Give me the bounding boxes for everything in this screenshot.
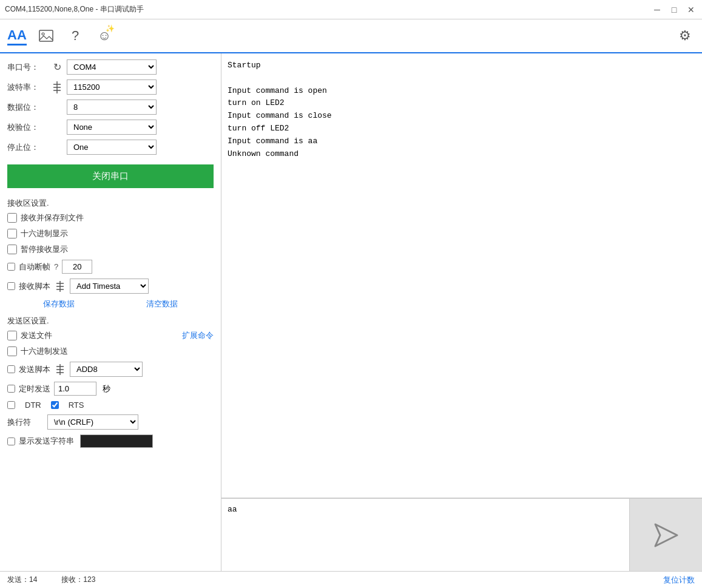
pause-checkbox[interactable] <box>7 245 17 254</box>
parity-select[interactable]: None <box>67 120 157 135</box>
status-bar: 发送：14 接收：123 复位计数 <box>0 571 702 588</box>
dtr-label: DTR <box>25 400 41 410</box>
timer-checkbox[interactable] <box>7 385 15 393</box>
port-select[interactable]: COM4 <box>67 59 157 75</box>
receive-settings-title: 接收区设置. <box>7 198 214 209</box>
maximize-button[interactable]: □ <box>668 4 680 16</box>
receive-script-select[interactable]: Add Timesta <box>70 279 149 294</box>
send-value: 14 <box>29 575 37 584</box>
show-send-label: 显示发送字符串 <box>19 436 74 447</box>
baud-select[interactable]: 115200 <box>67 79 157 95</box>
send-area-container: aa <box>221 498 702 571</box>
minimize-button[interactable]: ─ <box>651 4 663 16</box>
clear-data-button[interactable]: 清空数据 <box>146 299 178 309</box>
help-icon[interactable]: ? <box>66 26 85 46</box>
send-script-row: 发送脚本 ADD8 <box>7 362 214 377</box>
auto-frame-row: 自动断帧 ? <box>7 260 214 274</box>
send-file-label: 发送文件 <box>21 330 52 341</box>
main-layout: 串口号： ↻ COM4 波特率： 115200 数据位： <box>0 53 702 571</box>
receive-value: 123 <box>83 575 95 584</box>
stopbits-select[interactable]: One <box>67 140 157 155</box>
send-file-checkbox[interactable] <box>7 331 17 340</box>
refresh-port-icon[interactable]: ↻ <box>50 60 64 75</box>
hex-send-row: 十六进制发送 <box>7 346 214 357</box>
receive-script-checkbox[interactable] <box>7 282 15 290</box>
send-label: 发送： <box>7 575 29 584</box>
hex-display-checkbox[interactable] <box>7 229 17 238</box>
parity-label: 校验位： <box>7 122 50 133</box>
title-bar: COM4,115200,None,8,One - 串口调试助手 ─ □ ✕ <box>0 0 702 19</box>
timer-unit: 秒 <box>103 384 110 394</box>
newline-select[interactable]: \r\n (CRLF) <box>47 414 138 430</box>
port-row: 串口号： ↻ COM4 <box>7 59 214 75</box>
save-file-row: 接收并保存到文件 <box>7 212 214 223</box>
data-buttons: 保存数据 清空数据 <box>7 299 214 309</box>
settings-icon[interactable]: ⚙ <box>675 26 695 46</box>
stopbits-row: 停止位： One <box>7 140 214 155</box>
window-controls: ─ □ ✕ <box>651 4 697 16</box>
receive-label: 接收： <box>61 575 83 584</box>
send-script-checkbox[interactable] <box>7 365 15 373</box>
baud-icon <box>50 80 64 95</box>
receive-script-label: 接收脚本 <box>19 281 50 292</box>
image-icon[interactable] <box>36 26 56 46</box>
expand-cmd-button[interactable]: 扩展命令 <box>182 330 214 341</box>
pause-label: 暂停接收显示 <box>21 244 68 255</box>
auto-frame-label: 自动断帧 <box>19 262 50 272</box>
save-file-label: 接收并保存到文件 <box>21 212 84 223</box>
databits-select[interactable]: 8 <box>67 100 157 115</box>
toolbar: AA ? ☺ ✨ ⚙ <box>0 19 702 53</box>
pause-row: 暂停接收显示 <box>7 244 214 255</box>
parity-row: 校验位： None <box>7 120 214 135</box>
send-textarea[interactable]: aa <box>221 499 629 571</box>
auto-frame-checkbox[interactable] <box>7 263 15 271</box>
send-script-select[interactable]: ADD8 <box>70 362 143 377</box>
toolbar-left: AA ? ☺ ✨ <box>7 26 114 46</box>
dtr-checkbox[interactable] <box>7 401 15 409</box>
auto-frame-help-icon[interactable]: ? <box>54 262 58 271</box>
hex-send-checkbox[interactable] <box>7 346 17 356</box>
timer-label: 定时发送 <box>19 384 50 394</box>
svg-rect-0 <box>39 30 53 41</box>
send-arrow-icon <box>649 518 683 552</box>
show-send-checkbox[interactable] <box>7 438 15 445</box>
save-data-button[interactable]: 保存数据 <box>43 299 75 309</box>
send-status: 发送：14 <box>7 575 37 585</box>
receive-script-row: 接收脚本 Add Timesta <box>7 279 214 294</box>
font-icon[interactable]: AA <box>7 26 27 46</box>
hex-display-label: 十六进制显示 <box>21 228 68 239</box>
receive-status: 接收：123 <box>61 575 95 585</box>
color-dropdown[interactable] <box>80 434 153 448</box>
send-button[interactable] <box>629 499 702 571</box>
send-settings-title: 发送区设置. <box>7 316 214 326</box>
hex-display-row: 十六进制显示 <box>7 228 214 239</box>
hex-send-label: 十六进制发送 <box>21 346 68 357</box>
send-script-label: 发送脚本 <box>19 364 50 375</box>
reset-count-button[interactable]: 复位计数 <box>663 575 695 586</box>
rts-checkbox[interactable] <box>51 401 59 409</box>
baud-row: 波特率： 115200 <box>7 79 214 95</box>
newline-label: 换行符 <box>7 417 44 428</box>
baud-label: 波特率： <box>7 82 50 93</box>
send-script-icon <box>54 363 66 376</box>
window-title: COM4,115200,None,8,One - 串口调试助手 <box>5 4 144 15</box>
save-file-checkbox[interactable] <box>7 213 17 223</box>
send-file-row: 发送文件 扩展命令 <box>7 330 214 341</box>
receive-script-icon <box>54 280 66 292</box>
databits-label: 数据位： <box>7 102 50 113</box>
show-send-row: 显示发送字符串 <box>7 434 214 448</box>
dtr-rts-row: DTR RTS <box>7 400 214 410</box>
timer-row: 定时发送 秒 <box>7 382 214 396</box>
close-port-button[interactable]: 关闭串口 <box>7 164 214 188</box>
left-panel: 串口号： ↻ COM4 波特率： 115200 数据位： <box>0 53 221 571</box>
databits-row: 数据位： 8 <box>7 100 214 115</box>
svg-marker-14 <box>655 524 677 546</box>
timer-input[interactable] <box>54 382 96 396</box>
port-label: 串口号： <box>7 62 50 73</box>
close-button[interactable]: ✕ <box>685 4 697 16</box>
receive-area: Startup Input command is open turn on LE… <box>221 53 702 498</box>
newline-row: 换行符 \r\n (CRLF) <box>7 414 214 430</box>
rts-label: RTS <box>69 400 84 410</box>
auto-frame-input[interactable] <box>62 260 92 274</box>
face-icon[interactable]: ☺ ✨ <box>95 26 114 46</box>
